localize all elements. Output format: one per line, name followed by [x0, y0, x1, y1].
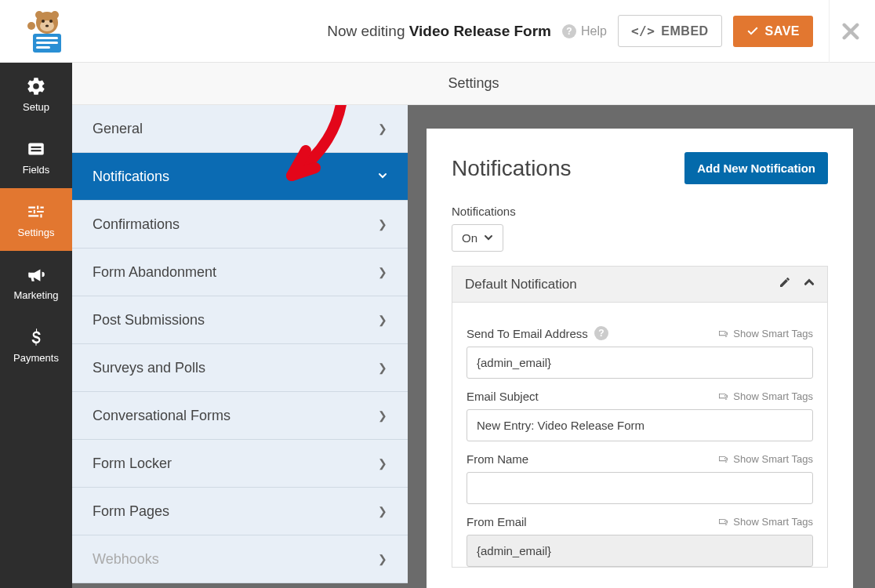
add-notification-button[interactable]: Add New Notification — [684, 152, 828, 184]
rail-item-label: Settings — [18, 227, 55, 238]
field-label: From Email — [467, 515, 527, 528]
svg-rect-13 — [31, 146, 42, 147]
rail-item-label: Setup — [23, 101, 49, 113]
chevron-down-icon — [484, 231, 493, 245]
from-email-input[interactable] — [467, 535, 813, 567]
tag-icon: 🏷 — [718, 516, 728, 528]
rail-settings[interactable]: Settings — [0, 188, 72, 251]
chevron-right-icon: ❯ — [378, 218, 387, 230]
settings-item-label: Notifications — [93, 169, 169, 185]
settings-item-notifications[interactable]: Notifications — [72, 153, 408, 201]
settings-item-label: Form Pages — [93, 503, 169, 520]
builder-rail: Setup Fields Settings Marketing Payments — [0, 63, 72, 588]
from-name-input[interactable] — [467, 472, 813, 504]
tag-icon: 🏷 — [718, 390, 728, 402]
svg-rect-11 — [36, 46, 50, 49]
svg-rect-12 — [28, 143, 44, 154]
now-editing-label: Now editing Video Release Form — [327, 23, 551, 40]
help-icon: ? — [562, 24, 576, 38]
send-to-email-input[interactable] — [467, 347, 813, 379]
settings-item-surveys-polls[interactable]: Surveys and Polls ❯ — [72, 344, 408, 392]
settings-item-label: Confirmations — [93, 216, 180, 233]
tag-icon: 🏷 — [718, 453, 728, 465]
save-button[interactable]: SAVE — [733, 16, 813, 47]
settings-item-form-locker[interactable]: Form Locker ❯ — [72, 440, 408, 488]
form-name: Video Release Form — [409, 23, 551, 39]
rail-item-label: Payments — [13, 352, 59, 364]
svg-rect-10 — [36, 42, 58, 44]
svg-point-5 — [49, 20, 53, 23]
default-notification-block: Default Notification — [452, 266, 828, 568]
svg-point-4 — [42, 20, 45, 23]
panel-title: Notifications — [452, 156, 572, 181]
svg-point-1 — [35, 11, 43, 19]
chevron-right-icon: ❯ — [378, 553, 387, 565]
chevron-right-icon: ❯ — [378, 361, 387, 374]
check-icon — [746, 24, 759, 38]
toggle-label: Notifications — [452, 205, 828, 218]
settings-item-general[interactable]: General ❯ — [72, 105, 408, 153]
show-smart-tags-link[interactable]: 🏷 Show Smart Tags — [718, 390, 813, 402]
settings-item-label: Post Submissions — [93, 312, 205, 328]
rail-setup[interactable]: Setup — [0, 63, 72, 125]
notifications-toggle[interactable]: On — [452, 224, 503, 252]
rail-item-label: Marketing — [13, 289, 58, 301]
settings-item-confirmations[interactable]: Confirmations ❯ — [72, 201, 408, 249]
help-icon[interactable]: ? — [594, 326, 608, 340]
chevron-down-icon — [378, 170, 387, 183]
settings-item-label: Webhooks — [93, 551, 159, 568]
collapse-icon[interactable] — [804, 276, 815, 292]
chevron-right-icon: ❯ — [378, 505, 387, 517]
settings-item-form-pages[interactable]: Form Pages ❯ — [72, 488, 408, 535]
settings-item-label: Form Locker — [93, 456, 172, 472]
chevron-right-icon: ❯ — [378, 314, 387, 326]
chevron-right-icon: ❯ — [378, 409, 387, 422]
svg-rect-14 — [31, 150, 42, 151]
svg-point-2 — [51, 11, 59, 19]
settings-item-conversational-forms[interactable]: Conversational Forms ❯ — [72, 392, 408, 440]
subpanel-title: Default Notification — [465, 277, 577, 292]
app-logo — [16, 9, 82, 54]
rail-payments[interactable]: Payments — [0, 314, 72, 376]
chevron-right-icon: ❯ — [378, 266, 387, 278]
edit-icon[interactable] — [779, 276, 791, 292]
settings-item-label: Surveys and Polls — [93, 360, 205, 376]
field-label: From Name — [467, 452, 528, 466]
settings-item-post-submissions[interactable]: Post Submissions ❯ — [72, 296, 408, 344]
field-label: Send To Email Address — [467, 327, 588, 340]
show-smart-tags-link[interactable]: 🏷 Show Smart Tags — [718, 328, 813, 339]
chevron-right-icon: ❯ — [378, 457, 387, 470]
bullhorn-icon — [26, 264, 46, 285]
notifications-panel: Notifications Add New Notification Notif… — [427, 129, 853, 588]
field-label: Email Subject — [467, 390, 539, 403]
dollar-icon — [26, 327, 46, 347]
rail-item-label: Fields — [23, 164, 50, 176]
settings-header: Settings — [72, 63, 875, 105]
settings-item-label: General — [93, 121, 143, 137]
show-smart-tags-link[interactable]: 🏷 Show Smart Tags — [718, 516, 813, 528]
settings-item-label: Conversational Forms — [93, 408, 231, 424]
settings-item-form-abandonment[interactable]: Form Abandonment ❯ — [72, 249, 408, 296]
svg-rect-9 — [36, 37, 58, 39]
email-subject-input[interactable] — [467, 409, 813, 441]
rail-marketing[interactable]: Marketing — [0, 251, 72, 314]
settings-item-label: Form Abandonment — [93, 264, 216, 281]
close-button[interactable] — [829, 0, 859, 63]
rail-fields[interactable]: Fields — [0, 125, 72, 188]
settings-item-webhooks[interactable]: Webhooks ❯ — [72, 535, 408, 583]
settings-menu: General ❯ Notifications Confirmations ❯ … — [72, 105, 408, 588]
gear-icon — [26, 76, 46, 96]
show-smart-tags-link[interactable]: 🏷 Show Smart Tags — [718, 453, 813, 465]
code-icon: </> — [631, 24, 655, 38]
tag-icon: 🏷 — [718, 328, 728, 339]
svg-point-6 — [45, 24, 49, 27]
help-link[interactable]: ? Help — [562, 24, 607, 38]
svg-point-7 — [27, 22, 35, 30]
embed-button[interactable]: </> EMBED — [618, 15, 722, 47]
fields-icon — [26, 139, 46, 159]
sliders-icon — [26, 201, 46, 222]
chevron-right-icon: ❯ — [378, 122, 387, 135]
